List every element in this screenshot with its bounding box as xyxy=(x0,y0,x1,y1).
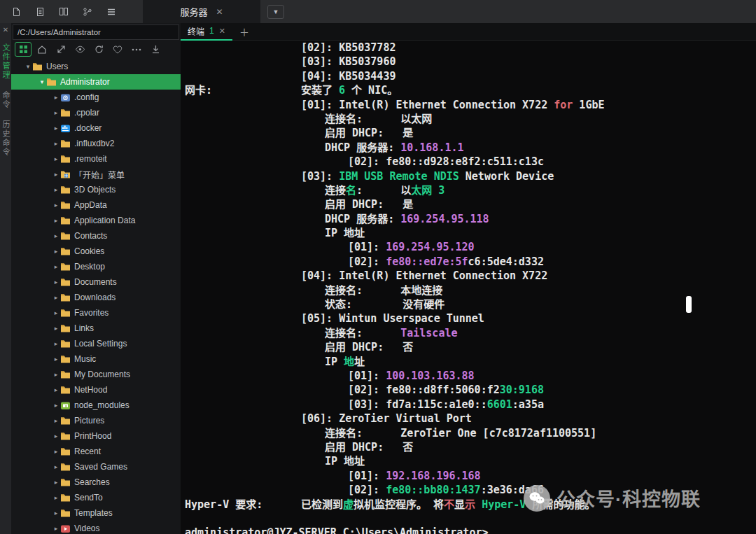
chevron-right-icon[interactable]: ▸ xyxy=(52,109,60,116)
grid-icon[interactable] xyxy=(15,42,31,57)
chevron-right-icon[interactable]: ▸ xyxy=(52,402,60,409)
tree-item-administrator[interactable]: ▾Administrator xyxy=(11,74,181,90)
tree-item-documents[interactable]: ▸Documents xyxy=(11,274,181,290)
list-icon[interactable] xyxy=(102,3,120,20)
chevron-right-icon[interactable]: ▸ xyxy=(52,125,60,132)
chevron-right-icon[interactable]: ▸ xyxy=(52,433,60,440)
tree-item-label: AppData xyxy=(74,200,107,210)
folder-icon xyxy=(60,432,71,441)
tab-server[interactable]: 服务器 ✕ xyxy=(143,0,260,23)
folder-icon xyxy=(60,416,71,426)
tree-item-local-settings[interactable]: ▸Local Settings xyxy=(11,336,181,351)
chevron-down-icon[interactable]: ▾ xyxy=(24,63,32,70)
chevron-right-icon[interactable]: ▸ xyxy=(52,417,60,424)
tree-item-downloads[interactable]: ▸Downloads xyxy=(11,290,181,305)
tree-item-cookies[interactable]: ▸Cookies xyxy=(11,244,181,259)
tab-close-icon[interactable]: ✕ xyxy=(216,7,223,17)
tree-item-links[interactable]: ▸Links xyxy=(11,321,181,336)
chevron-right-icon[interactable]: ▸ xyxy=(52,279,60,286)
folder-icon xyxy=(60,262,71,272)
tree-item-templates[interactable]: ▸Templates xyxy=(11,505,181,521)
terminal-output[interactable]: [02]: KB5037782[03]: KB5037960[04]: KB50… xyxy=(181,41,756,534)
tree-item--config[interactable]: ▸.config xyxy=(11,90,181,105)
chevron-right-icon[interactable]: ▸ xyxy=(52,171,60,178)
download-icon[interactable] xyxy=(147,42,164,57)
tree-item-searches[interactable]: ▸Searches xyxy=(11,475,181,490)
side-tab-history-command[interactable]: 历史命令 xyxy=(0,120,11,157)
chevron-right-icon[interactable]: ▸ xyxy=(52,140,60,147)
chevron-right-icon[interactable]: ▸ xyxy=(52,356,60,363)
chevron-right-icon[interactable]: ▸ xyxy=(52,479,60,486)
side-tab-command[interactable]: 命令 xyxy=(0,91,11,109)
chevron-right-icon[interactable]: ▸ xyxy=(52,263,60,270)
chevron-right-icon[interactable]: ▸ xyxy=(52,340,60,347)
tab-dropdown-button[interactable]: ▼ xyxy=(267,5,284,19)
tree-item-my-documents[interactable]: ▸My Documents xyxy=(11,367,181,382)
tree-item--[interactable]: ▸「开始」菜单 xyxy=(11,167,181,182)
tree-item-recent[interactable]: ▸Recent xyxy=(11,444,181,459)
chevron-right-icon[interactable]: ▸ xyxy=(52,494,60,501)
terminal-line: [03]: KB5037960 xyxy=(185,55,756,69)
chevron-right-icon[interactable]: ▸ xyxy=(52,248,60,255)
tree-item-label: node_modules xyxy=(74,400,130,410)
chevron-right-icon[interactable]: ▸ xyxy=(52,525,60,532)
document-icon[interactable] xyxy=(7,3,25,20)
chevron-right-icon[interactable]: ▸ xyxy=(52,294,60,301)
tree-item-users[interactable]: ▾Users xyxy=(11,59,181,74)
eye-icon[interactable] xyxy=(71,42,88,57)
chevron-right-icon[interactable]: ▸ xyxy=(52,155,60,162)
layout-icon[interactable] xyxy=(55,3,73,20)
terminal-line: 启用 DHCP: 是 xyxy=(185,126,756,140)
tree-item-3d-objects[interactable]: ▸3D Objects xyxy=(11,182,181,197)
chevron-right-icon[interactable]: ▸ xyxy=(52,510,60,517)
new-terminal-button[interactable]: ＋ xyxy=(239,24,249,38)
branch-icon[interactable] xyxy=(78,3,97,20)
heart-icon[interactable] xyxy=(109,42,126,57)
tree-item-favorites[interactable]: ▸Favorites xyxy=(11,305,181,321)
chevron-right-icon[interactable]: ▸ xyxy=(52,186,60,193)
tree-item-contacts[interactable]: ▸Contacts xyxy=(11,228,181,244)
file-icon[interactable] xyxy=(31,3,49,20)
folder-icon xyxy=(60,185,71,195)
chevron-right-icon[interactable]: ▸ xyxy=(52,232,60,239)
path-input[interactable]: /C:/Users/Administrator xyxy=(13,24,179,40)
chevron-right-icon[interactable]: ▸ xyxy=(52,448,60,455)
home-icon[interactable] xyxy=(34,42,50,57)
tree-item--remoteit[interactable]: ▸.remoteit xyxy=(11,151,181,167)
tree-item-node-modules[interactable]: ▸node_modules xyxy=(11,398,181,413)
tree-item-application-data[interactable]: ▸Application Data xyxy=(11,213,181,228)
tree-item-nethood[interactable]: ▸NetHood xyxy=(11,382,181,398)
more-icon[interactable] xyxy=(128,42,145,57)
tree-item-pictures[interactable]: ▸Pictures xyxy=(11,413,181,428)
chevron-right-icon[interactable]: ▸ xyxy=(52,94,60,101)
folder-icon xyxy=(60,463,71,472)
chevron-right-icon[interactable]: ▸ xyxy=(52,386,60,393)
tree-item-videos[interactable]: ▸Videos xyxy=(11,521,181,534)
tree-item-label: Desktop xyxy=(74,262,105,272)
chevron-right-icon[interactable]: ▸ xyxy=(52,371,60,378)
tree-item--cpolar[interactable]: ▸.cpolar xyxy=(11,105,181,120)
terminal-tab-close-icon[interactable]: ✕ xyxy=(219,27,225,36)
chevron-right-icon[interactable]: ▸ xyxy=(52,325,60,332)
tree-item-sendto[interactable]: ▸SendTo xyxy=(11,490,181,505)
chevron-right-icon[interactable]: ▸ xyxy=(52,217,60,224)
tree-item--docker[interactable]: ▸.docker xyxy=(11,120,181,136)
tree-item-appdata[interactable]: ▸AppData xyxy=(11,197,181,213)
tree-item--influxdbv2[interactable]: ▸.influxdbv2 xyxy=(11,136,181,151)
terminal-scrollbar-thumb[interactable] xyxy=(686,296,692,313)
tree-item-music[interactable]: ▸Music xyxy=(11,351,181,367)
terminal-tab-1[interactable]: 终端 1 ✕ xyxy=(181,23,232,41)
chevron-right-icon[interactable]: ▸ xyxy=(52,202,60,209)
folder-icon xyxy=(60,493,71,503)
expand-icon[interactable] xyxy=(52,42,69,57)
side-tab-file-manager[interactable]: 文件管理 xyxy=(0,43,11,80)
tree-item-desktop[interactable]: ▸Desktop xyxy=(11,259,181,274)
chevron-right-icon[interactable]: ▸ xyxy=(52,309,60,316)
tree-item-printhood[interactable]: ▸PrintHood xyxy=(11,428,181,444)
panel-close-icon[interactable]: ✕ xyxy=(3,26,8,34)
refresh-icon[interactable] xyxy=(90,42,107,57)
tree-item-saved-games[interactable]: ▸Saved Games xyxy=(11,459,181,475)
chevron-down-icon[interactable]: ▾ xyxy=(38,78,46,85)
terminal-line: [02]: fe80::d928:e8f2:c511:c13c xyxy=(185,155,756,169)
chevron-right-icon[interactable]: ▸ xyxy=(52,463,60,470)
